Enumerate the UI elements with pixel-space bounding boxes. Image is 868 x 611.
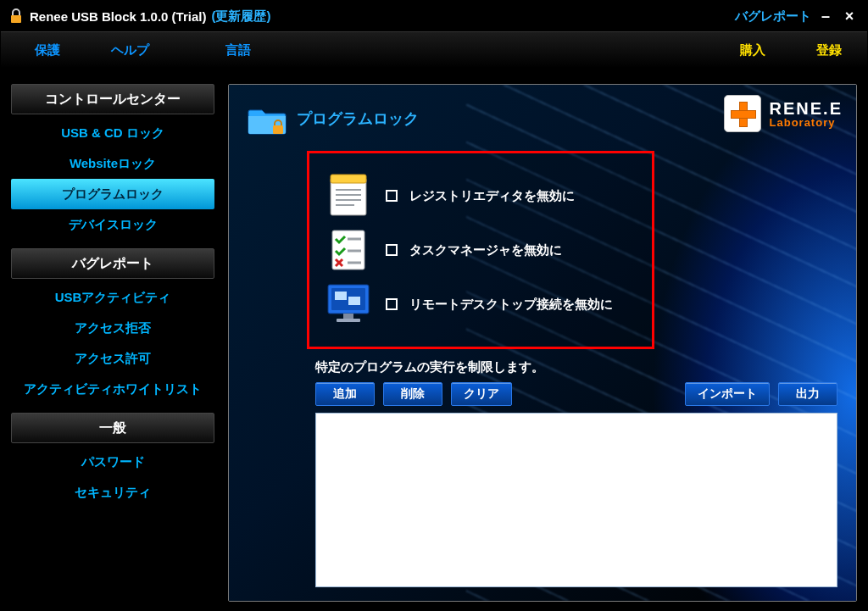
logo-text-line1: RENE.E (770, 100, 843, 117)
sidebar-item-device-lock[interactable]: デバイスロック (11, 209, 214, 240)
minimize-button[interactable]: – (816, 8, 835, 25)
button-row: 追加 削除 クリア インポート 出力 (315, 382, 837, 406)
logo-text-line2: Laboratory (770, 117, 843, 128)
sidebar-item-usb-cd-lock[interactable]: USB & CD ロック (11, 118, 214, 148)
sidebar-item-activity-whitelist[interactable]: アクティビティホワイトリスト (11, 374, 214, 404)
bugreport-link[interactable]: バグレポート (735, 8, 811, 25)
add-button[interactable]: 追加 (315, 382, 375, 406)
svg-rect-18 (343, 314, 353, 319)
sidebar-item-usb-activity[interactable]: USBアクティビティ (11, 282, 214, 313)
option-label-registry: レジストリエディタを無効に (409, 188, 575, 204)
option-label-remotedesktop: リモートデスクトップ接続を無効に (409, 297, 613, 313)
page-title: プログラムロック (297, 108, 419, 129)
sidebar-item-access-deny[interactable]: アクセス拒否 (11, 313, 214, 343)
lock-icon (9, 8, 23, 24)
close-button[interactable]: × (840, 8, 859, 25)
menu-language[interactable]: 言語 (225, 42, 251, 58)
svg-rect-2 (331, 178, 366, 215)
sidebar-section-general: 一般 (11, 413, 214, 443)
checkbox-disable-remotedesktop[interactable] (386, 298, 398, 310)
menubar: 保護 ヘルプ 言語 購入 登録 (1, 31, 867, 69)
brand-logo: RENE.E Laboratory (724, 95, 843, 132)
option-row-taskmgr: タスクマネージャを無効に (325, 226, 637, 274)
svg-rect-17 (348, 297, 360, 305)
checkbox-disable-regedit[interactable] (386, 190, 398, 202)
sidebar-item-program-lock[interactable]: プログラムロック (11, 179, 214, 209)
titlebar: Renee USB Block 1.0.0 (Trial) (更新履歴) バグレ… (1, 1, 867, 31)
delete-button[interactable]: 削除 (383, 382, 442, 406)
checkbox-disable-taskmgr[interactable] (386, 244, 398, 256)
svg-rect-0 (11, 15, 21, 23)
svg-rect-19 (337, 319, 360, 322)
svg-rect-3 (331, 175, 366, 183)
import-button[interactable]: インポート (685, 382, 770, 406)
description-text: 特定のプログラムの実行を制限します。 (315, 359, 837, 375)
menu-buy[interactable]: 購入 (740, 42, 765, 58)
svg-rect-1 (273, 125, 283, 134)
option-row-remotedesktop: リモートデスクトップ接続を無効に (325, 281, 637, 328)
folder-lock-icon (248, 102, 285, 136)
menu-protect[interactable]: 保護 (35, 42, 60, 58)
svg-rect-16 (335, 292, 347, 300)
sidebar-item-website-lock[interactable]: Websiteロック (11, 148, 214, 179)
menu-register[interactable]: 登録 (816, 42, 842, 58)
clear-button[interactable]: クリア (451, 382, 512, 406)
options-highlight-box: レジストリエディタを無効に (307, 151, 654, 349)
sidebar: コントロールセンター USB & CD ロック Websiteロック プログラム… (11, 84, 214, 602)
option-label-taskmgr: タスクマネージャを無効に (409, 242, 562, 258)
menu-help[interactable]: ヘルプ (111, 42, 149, 58)
sidebar-item-password[interactable]: パスワード (11, 447, 214, 477)
option-row-registry: レジストリエディタを無効に (325, 172, 637, 219)
body: コントロールセンター USB & CD ロック Websiteロック プログラム… (1, 69, 867, 610)
sidebar-item-access-allow[interactable]: アクセス許可 (11, 343, 214, 374)
sidebar-section-bug-report: バグレポート (11, 248, 214, 279)
window-title: Renee USB Block 1.0.0 (Trial) (30, 9, 206, 24)
app-window: Renee USB Block 1.0.0 (Trial) (更新履歴) バグレ… (0, 0, 868, 611)
checklist-icon (325, 226, 372, 274)
main-panel: RENE.E Laboratory (228, 84, 857, 602)
sidebar-section-control-center: コントロールセンター (11, 84, 214, 114)
notepad-icon (325, 172, 372, 219)
plus-icon (724, 95, 761, 132)
export-button[interactable]: 出力 (778, 382, 837, 406)
monitor-icon (325, 281, 372, 328)
changelog-link[interactable]: (更新履歴) (211, 8, 270, 25)
sidebar-item-security[interactable]: セキュリティ (11, 477, 214, 508)
program-listbox[interactable] (315, 413, 837, 587)
